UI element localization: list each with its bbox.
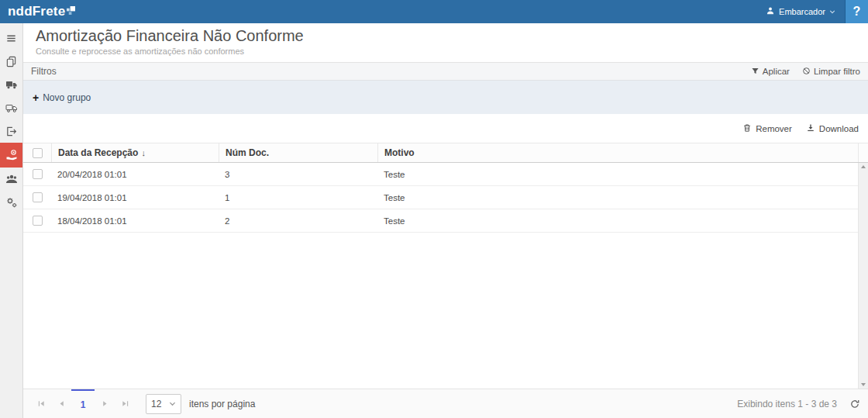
user-menu-label: Embarcador [779,7,825,16]
remove-label: Remover [756,124,792,133]
cell-num-doc: 3 [219,163,377,185]
select-all-checkbox-cell [23,143,51,162]
plus-icon: + [33,92,39,103]
user-icon [766,6,775,17]
refresh-button[interactable] [849,399,860,409]
download-label: Download [819,124,859,133]
sidebar-item-settings[interactable] [0,191,22,214]
filters-body: + Novo grupo [23,81,868,114]
apply-filter-label: Aplicar [763,67,790,76]
scroll-down-arrow-icon[interactable] [861,383,866,386]
column-header-motivo[interactable]: Motivo [377,143,858,162]
chevron-down-icon [829,7,835,16]
sidebar-item-truck-secondary[interactable] [0,96,22,119]
page-title: Amortização Financeira Não Conforme [36,27,856,45]
column-label: Motivo [384,147,415,158]
next-page-button[interactable] [95,389,115,418]
row-checkbox[interactable] [33,192,43,202]
select-all-checkbox[interactable] [33,148,43,158]
grid-toolbar: Remover Download [23,114,868,143]
left-sidebar [0,23,23,418]
sidebar-item-amortizacao[interactable] [0,143,22,168]
sort-desc-icon: ↓ [141,148,146,157]
cell-data-recepcao: 18/04/2018 01:01 [51,209,219,232]
table-body: 20/04/2018 01:01 3 Teste 19/04/2018 01:0… [23,163,868,389]
chevron-down-icon [169,399,176,409]
new-group-label: Novo grupo [43,92,91,103]
trash-icon [742,123,752,134]
funnel-icon [751,67,760,77]
users-icon [5,173,18,185]
logo-cube-icon [67,4,75,18]
user-menu-button[interactable]: Embarcador [756,0,845,23]
page-size-value: 12 [151,399,161,409]
cell-motivo: Teste [377,163,858,185]
table-row[interactable]: 19/04/2018 01:01 1 Teste [23,186,868,209]
app-logo: nddFrete [0,2,75,22]
clear-filter-label: Limpar filtro [814,67,860,76]
filters-title: Filtros [31,66,57,77]
top-navbar: nddFrete Embarcador ? [0,0,868,23]
sidebar-item-users[interactable] [0,168,22,191]
clear-filter-button[interactable]: Limpar filtro [802,67,860,77]
row-checkbox[interactable] [33,216,43,226]
scroll-up-arrow-icon[interactable] [861,165,866,168]
header-scrollbar-filler [858,143,868,162]
gears-icon [5,196,18,209]
vertical-scrollbar[interactable] [858,163,868,389]
filters-header: Filtros Aplicar Limpar filtro [23,63,868,81]
column-label: Núm Doc. [226,147,269,158]
page-header: Amortização Financeira Não Conforme Cons… [23,23,868,62]
table-header-row: Data da Recepção ↓ Núm Doc. Motivo [23,143,868,163]
apply-filter-button[interactable]: Aplicar [751,67,790,77]
cell-num-doc: 2 [219,209,377,232]
menu-icon [5,33,17,44]
pager-bar: 1 12 itens por página Exibindo itens 1 -… [23,389,868,418]
sidebar-item-export[interactable] [0,119,22,143]
table-row[interactable]: 20/04/2018 01:01 3 Teste [23,163,868,186]
cell-motivo: Teste [377,186,858,209]
column-header-num-doc[interactable]: Núm Doc. [219,143,377,162]
sidebar-item-documents[interactable] [0,50,22,73]
cell-data-recepcao: 19/04/2018 01:01 [51,186,219,209]
table-row[interactable]: 18/04/2018 01:01 2 Teste [23,209,868,233]
main-content: Amortização Financeira Não Conforme Cons… [23,23,868,418]
app-logo-text: nddFrete [8,2,65,22]
page-subtitle: Consulte e reprocesse as amortizações nã… [36,47,856,56]
documents-icon [5,56,17,67]
column-label: Data da Recepção [58,147,138,158]
truck-outline-icon [5,102,18,114]
column-header-data-recepcao[interactable]: Data da Recepção ↓ [51,143,219,162]
items-per-page-label: itens por página [189,399,255,409]
sign-out-icon [5,126,17,137]
sidebar-item-menu[interactable] [0,26,22,50]
help-label: ? [853,5,861,19]
remove-button[interactable]: Remover [742,123,792,134]
help-button[interactable]: ? [845,0,868,23]
truck-filled-icon [5,78,18,91]
slash-circle-icon [802,67,811,77]
page-size-select[interactable]: 12 [146,394,181,414]
page-number-1[interactable]: 1 [71,389,95,418]
download-button[interactable]: Download [806,123,859,134]
first-page-button[interactable] [31,389,51,418]
row-checkbox[interactable] [33,169,43,179]
hand-coin-icon [5,149,18,161]
last-page-button[interactable] [115,389,135,418]
sidebar-item-truck[interactable] [0,73,22,96]
download-icon [806,123,815,134]
cell-motivo: Teste [377,209,858,232]
cell-data-recepcao: 20/04/2018 01:01 [51,163,219,185]
new-group-button[interactable]: + Novo grupo [33,92,91,103]
pager-status: Exibindo itens 1 - 3 de 3 [737,399,837,409]
previous-page-button[interactable] [51,389,71,418]
cell-num-doc: 1 [219,186,377,209]
filters-panel: Filtros Aplicar Limpar filtro + Novo gru… [23,62,868,114]
